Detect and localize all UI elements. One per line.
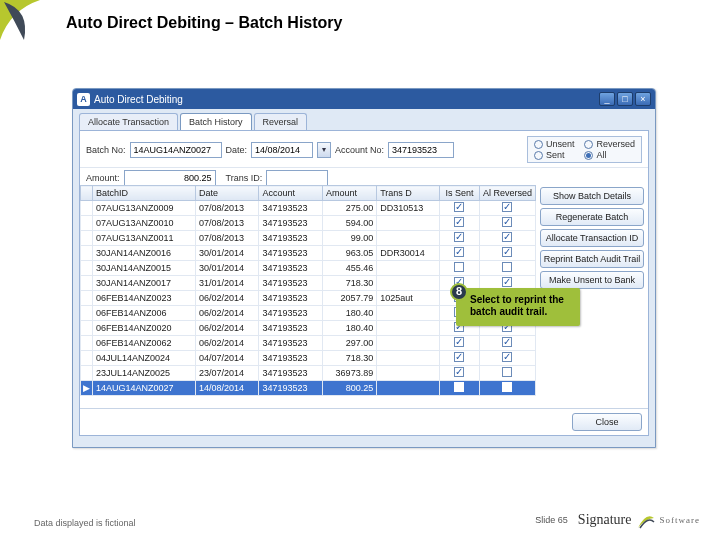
app-window: A Auto Direct Debiting _ □ × Allocate Tr… [72, 88, 656, 448]
make-unsent-to-bank-button[interactable]: Make Unsent to Bank [540, 271, 644, 289]
table-row[interactable]: 07AUG13ANZ001007/08/2013347193523594.00 [81, 216, 536, 231]
trans-id-label: Trans ID: [226, 173, 263, 183]
cell: 31/01/2014 [196, 276, 259, 291]
table-row[interactable]: 07AUG13ANZ000907/08/2013347193523275.00D… [81, 201, 536, 216]
checkbox-icon [454, 202, 464, 212]
col-header[interactable]: Trans D [377, 186, 440, 201]
cell [377, 381, 440, 396]
cell: 30JAN14ANZ0017 [93, 276, 196, 291]
radio-all[interactable]: All [584, 150, 635, 160]
cell [377, 261, 440, 276]
tab-reversal[interactable]: Reversal [254, 113, 308, 130]
checkbox-icon [502, 277, 512, 287]
checkbox-icon [454, 232, 464, 242]
cell-checkbox [439, 261, 479, 276]
cell: 718.30 [322, 351, 376, 366]
cell: 347193523 [259, 336, 322, 351]
checkbox-icon [454, 352, 464, 362]
allocate-transaction-id-button[interactable]: Allocate Transaction ID [540, 229, 644, 247]
cell: 30/01/2014 [196, 246, 259, 261]
cell-checkbox [479, 336, 535, 351]
table-row[interactable]: 30JAN14ANZ001630/01/2014347193523963.05D… [81, 246, 536, 261]
brand-main: Signature [578, 512, 632, 528]
checkbox-icon [454, 217, 464, 227]
cell: 963.05 [322, 246, 376, 261]
cell: 07/08/2013 [196, 231, 259, 246]
date-input[interactable] [251, 142, 313, 158]
account-no-input[interactable] [388, 142, 454, 158]
cell-checkbox [479, 261, 535, 276]
cell: 30JAN14ANZ0015 [93, 261, 196, 276]
regenerate-batch-button[interactable]: Regenerate Batch [540, 208, 644, 226]
cell-checkbox [479, 246, 535, 261]
checkbox-icon [454, 262, 464, 272]
cell [377, 306, 440, 321]
cell: 06/02/2014 [196, 321, 259, 336]
cell: 07/08/2013 [196, 201, 259, 216]
cell: 06FEB14ANZ0062 [93, 336, 196, 351]
checkbox-icon [454, 247, 464, 257]
checkbox-icon [454, 367, 464, 377]
cell: 347193523 [259, 306, 322, 321]
cell: 347193523 [259, 351, 322, 366]
show-batch-details-button[interactable]: Show Batch Details [540, 187, 644, 205]
cell: 30JAN14ANZ0016 [93, 246, 196, 261]
close-window-button[interactable]: × [635, 92, 651, 106]
reprint-batch-audit-trail-button[interactable]: Reprint Batch Audit Trail [540, 250, 644, 268]
batch-no-input[interactable] [130, 142, 222, 158]
col-header[interactable]: Date [196, 186, 259, 201]
table-row[interactable]: 07AUG13ANZ001107/08/201334719352399.00 [81, 231, 536, 246]
checkbox-icon [502, 202, 512, 212]
checkbox-icon [502, 367, 512, 377]
date-dropdown-icon[interactable]: ▾ [317, 142, 331, 158]
table-row[interactable]: 04JUL14ANZ002404/07/2014347193523718.30 [81, 351, 536, 366]
cell: 180.40 [322, 321, 376, 336]
col-header[interactable]: BatchID [93, 186, 196, 201]
col-header[interactable]: Is Sent [439, 186, 479, 201]
cell [377, 321, 440, 336]
table-row[interactable]: 23JUL14ANZ002523/07/201434719352336973.8… [81, 366, 536, 381]
cell-checkbox [439, 216, 479, 231]
brand-logo: Signature Software [578, 510, 700, 530]
cell: 347193523 [259, 246, 322, 261]
cell-checkbox [439, 381, 479, 396]
col-header[interactable]: Account [259, 186, 322, 201]
account-no-label: Account No: [335, 145, 384, 155]
table-row[interactable]: 06FEB14ANZ006206/02/2014347193523297.00 [81, 336, 536, 351]
radio-unsent-label: Unsent [546, 139, 575, 149]
close-button[interactable]: Close [572, 413, 642, 431]
trans-id-input[interactable] [266, 170, 328, 186]
cell: 07AUG13ANZ0009 [93, 201, 196, 216]
cell: 347193523 [259, 261, 322, 276]
amount-input[interactable] [124, 170, 216, 186]
tab-batch-history[interactable]: Batch History [180, 113, 252, 130]
checkbox-icon [502, 217, 512, 227]
table-row[interactable]: ▶14AUG14ANZ002714/08/2014347193523800.25 [81, 381, 536, 396]
cell: 14/08/2014 [196, 381, 259, 396]
cell: 99.00 [322, 231, 376, 246]
cell: 04JUL14ANZ0024 [93, 351, 196, 366]
cell-checkbox [439, 351, 479, 366]
cell: 347193523 [259, 276, 322, 291]
cell: 800.25 [322, 381, 376, 396]
cell: 347193523 [259, 201, 322, 216]
cell: 07AUG13ANZ0011 [93, 231, 196, 246]
maximize-button[interactable]: □ [617, 92, 633, 106]
table-row[interactable]: 30JAN14ANZ001530/01/2014347193523455.46 [81, 261, 536, 276]
radio-reversed[interactable]: Reversed [584, 139, 635, 149]
tab-allocate-transaction[interactable]: Allocate Transaction [79, 113, 178, 130]
checkbox-icon [502, 232, 512, 242]
col-header[interactable]: Amount [322, 186, 376, 201]
radio-sent[interactable]: Sent [534, 150, 575, 160]
cell: 14AUG14ANZ0027 [93, 381, 196, 396]
minimize-button[interactable]: _ [599, 92, 615, 106]
col-header[interactable]: Al Reversed [479, 186, 535, 201]
radio-sent-label: Sent [546, 150, 565, 160]
footer-disclaimer: Data displayed is fictional [34, 518, 136, 528]
slide-number: Slide 65 [535, 515, 568, 525]
cell: DD310513 [377, 201, 440, 216]
cell: 347193523 [259, 381, 322, 396]
slide-logo [0, 0, 60, 60]
cell-checkbox [439, 336, 479, 351]
radio-unsent[interactable]: Unsent [534, 139, 575, 149]
